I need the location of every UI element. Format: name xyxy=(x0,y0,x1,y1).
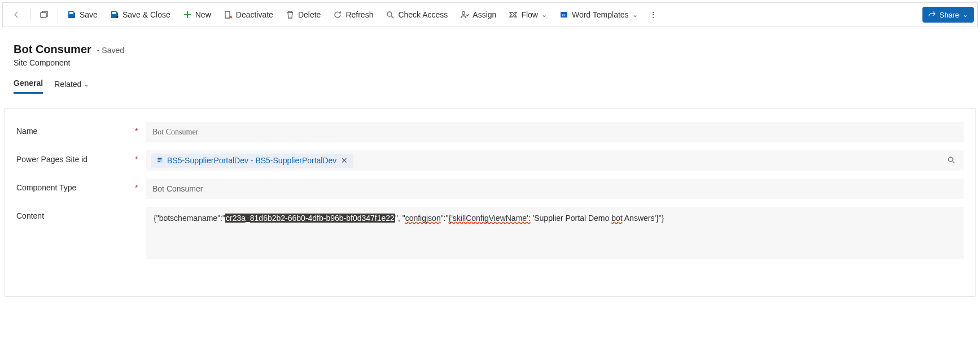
refresh-label: Refresh xyxy=(345,10,373,19)
share-label: Share xyxy=(939,11,959,19)
field-name-value: Bot Consumer xyxy=(152,128,198,137)
check-access-icon xyxy=(386,10,395,19)
refresh-button[interactable]: Refresh xyxy=(327,5,379,25)
save-icon xyxy=(67,10,76,19)
share-icon xyxy=(928,10,936,20)
content-squiggle: {'skillConfigViewName': xyxy=(449,214,531,223)
tab-general[interactable]: General xyxy=(14,79,43,94)
field-component-type-label: Component Type xyxy=(16,179,129,192)
content-squiggle: bot xyxy=(611,214,622,223)
word-icon: W xyxy=(559,10,568,19)
assign-icon xyxy=(460,10,469,19)
content-part: ":" xyxy=(441,214,449,223)
content-squiggle: configjson xyxy=(405,214,441,223)
content-part: ", " xyxy=(395,214,405,223)
save-status: Saved xyxy=(97,46,124,55)
check-access-label: Check Access xyxy=(398,10,448,19)
tab-related[interactable]: Related ⌄ xyxy=(54,79,89,94)
field-component-type-value: Bot Consumer xyxy=(152,184,203,193)
check-access-button[interactable]: Check Access xyxy=(380,5,453,25)
delete-label: Delete xyxy=(298,10,321,19)
save-button[interactable]: Save xyxy=(62,5,103,25)
command-bar: Save Save & Close New Deactivate Delete … xyxy=(2,2,978,27)
assign-button[interactable]: Assign xyxy=(454,5,502,25)
divider xyxy=(58,8,58,21)
flow-icon xyxy=(509,10,518,19)
tab-related-label: Related xyxy=(54,80,81,89)
word-templates-button[interactable]: W Word Templates ⌄ xyxy=(554,5,644,25)
svg-point-2 xyxy=(462,12,465,15)
field-content-label: Content xyxy=(16,207,129,220)
deactivate-icon xyxy=(224,10,233,19)
svg-rect-0 xyxy=(41,12,46,18)
field-site-id-label: Power Pages Site id xyxy=(16,150,129,164)
share-button[interactable]: Share ⌄ xyxy=(922,7,974,23)
required-marker: * xyxy=(135,179,141,192)
svg-text:W: W xyxy=(562,13,566,18)
content-highlight: cr23a_81d6b2b2-66b0-4dfb-b96b-bf0d347f1e… xyxy=(225,214,395,223)
field-content-textarea[interactable]: {"botschemaname":"cr23a_81d6b2b2-66b0-4d… xyxy=(146,207,964,259)
back-arrow-icon xyxy=(12,10,21,19)
save-label: Save xyxy=(80,10,98,19)
plus-icon xyxy=(183,10,192,19)
form-header: Bot Consumer Saved Site Component xyxy=(2,29,978,67)
chevron-down-icon: ⌄ xyxy=(84,80,89,88)
svg-point-1 xyxy=(387,12,392,16)
flow-button[interactable]: Flow ⌄ xyxy=(503,5,553,25)
assign-label: Assign xyxy=(473,10,496,19)
more-icon: ⋮ xyxy=(649,10,657,19)
required-marker: * xyxy=(135,150,141,164)
content-part: {"botschemaname":" xyxy=(154,214,225,223)
form-section-general: Name * Bot Consumer Power Pages Site id … xyxy=(5,108,975,297)
lookup-chip[interactable]: BS5-SupplierPortalDev - BS5-SupplierPort… xyxy=(151,154,353,168)
tab-general-label: General xyxy=(14,79,43,88)
field-component-type-input[interactable]: Bot Consumer xyxy=(146,179,964,199)
chevron-down-icon: ⌄ xyxy=(541,11,547,19)
record-title: Bot Consumer xyxy=(14,43,91,56)
open-in-new-icon xyxy=(40,10,49,19)
lookup-chip-text: BS5-SupplierPortalDev - BS5-SupplierPort… xyxy=(167,156,336,165)
delete-button[interactable]: Delete xyxy=(280,5,326,25)
field-component-type: Component Type * Bot Consumer xyxy=(5,175,975,203)
divider xyxy=(30,8,30,21)
deactivate-label: Deactivate xyxy=(236,10,273,19)
field-name: Name * Bot Consumer xyxy=(5,119,975,147)
svg-point-6 xyxy=(948,157,953,162)
save-close-icon xyxy=(110,10,119,19)
save-close-button[interactable]: Save & Close xyxy=(104,5,176,25)
open-in-new-button[interactable] xyxy=(34,5,54,25)
deactivate-button[interactable]: Deactivate xyxy=(218,5,279,25)
trash-icon xyxy=(286,10,295,19)
field-name-label: Name xyxy=(16,122,129,136)
content-part: Answers'}"} xyxy=(623,214,664,223)
chevron-down-icon: ⌄ xyxy=(963,11,968,19)
search-icon[interactable] xyxy=(944,156,959,166)
new-label: New xyxy=(195,10,211,19)
required-marker: * xyxy=(135,122,141,136)
back-button[interactable] xyxy=(6,5,27,25)
content-part: 'Supplier Portal Demo xyxy=(531,214,612,223)
refresh-icon xyxy=(333,10,342,19)
spacer xyxy=(135,207,141,211)
tab-list: General Related ⌄ xyxy=(2,67,978,94)
overflow-button[interactable]: ⋮ xyxy=(645,5,662,25)
word-templates-label: Word Templates xyxy=(572,10,629,19)
field-site-id-lookup[interactable]: BS5-SupplierPortalDev - BS5-SupplierPort… xyxy=(146,150,964,171)
flow-label: Flow xyxy=(521,10,538,19)
entity-name: Site Component xyxy=(14,58,966,67)
chevron-down-icon: ⌄ xyxy=(632,11,638,19)
remove-chip-button[interactable]: ✕ xyxy=(340,156,349,165)
field-site-id: Power Pages Site id * BS5-SupplierPortal… xyxy=(5,147,975,175)
new-button[interactable]: New xyxy=(177,5,217,25)
field-content: Content {"botschemaname":"cr23a_81d6b2b2… xyxy=(5,203,975,262)
entity-icon xyxy=(156,156,164,166)
save-close-label: Save & Close xyxy=(123,10,170,19)
field-name-input[interactable]: Bot Consumer xyxy=(146,122,964,142)
